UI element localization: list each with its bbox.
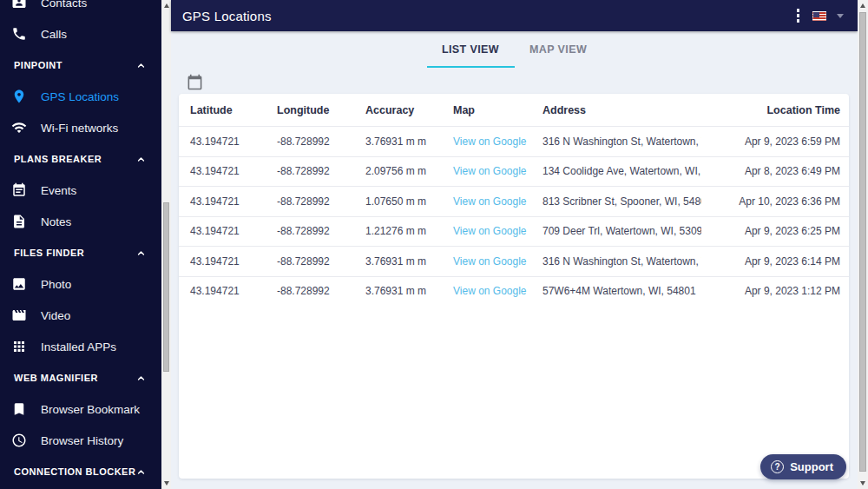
column-header-map: Map <box>453 104 542 116</box>
tab-list-view[interactable]: LIST VIEW <box>427 31 515 68</box>
apps-grid-icon <box>11 339 27 354</box>
location-time-cell: Apr 9, 2023 6:14 PM <box>701 255 840 268</box>
latitude-cell: 43.194721 <box>190 165 277 177</box>
calendar-event-icon <box>11 182 27 198</box>
view-on-google-link[interactable]: View on Google <box>453 255 527 268</box>
accuracy-cell: 1.21276 m m <box>365 225 453 237</box>
view-on-google-link[interactable]: View on Google <box>453 225 527 237</box>
location-time-cell: Apr 9, 2023 6:59 PM <box>701 135 840 148</box>
support-button-label: Support <box>790 460 833 473</box>
topbar: GPS Locations <box>171 0 858 31</box>
sidebar-item-label: Browser Bookmark <box>41 403 140 416</box>
sidebar-item-label: GPS Locations <box>41 90 119 103</box>
accuracy-cell: 3.76931 m m <box>365 135 453 148</box>
table-row: 43.194721 -88.728992 1.21276 m m View on… <box>179 216 849 247</box>
sidebar-item-installed-apps[interactable]: Installed APPs <box>0 331 161 362</box>
view-on-google-link[interactable]: View on Google <box>453 135 527 148</box>
accuracy-cell: 1.07650 m m <box>365 195 453 208</box>
latitude-cell: 43.194721 <box>190 285 277 297</box>
sidebar-section-web-magnifier[interactable]: WEB MAGNIFIER <box>0 362 161 393</box>
location-pin-icon <box>11 89 27 104</box>
address-cell: 57W6+4M Watertown, WI, 54801 <box>542 285 701 297</box>
scroll-down-arrow[interactable] <box>161 478 171 489</box>
sidebar-item-label: Video <box>41 309 70 322</box>
longitude-cell: -88.728992 <box>277 195 365 208</box>
location-time-cell: Apr 9, 2023 6:25 PM <box>701 225 840 237</box>
sidebar-section-label: PLANS BREAKER <box>14 154 102 164</box>
column-header-address: Address <box>542 104 701 116</box>
sidebar-item-browser-bookmark[interactable]: Browser Bookmark <box>0 393 161 425</box>
support-button[interactable]: ? Support <box>760 454 846 479</box>
contacts-icon <box>11 0 27 10</box>
latitude-cell: 43.194721 <box>190 135 277 148</box>
page-scrollbar-thumb[interactable] <box>859 12 866 472</box>
scroll-down-arrow[interactable] <box>858 478 868 489</box>
sidebar-section-plans-breaker[interactable]: PLANS BREAKER <box>0 143 161 175</box>
table-row: 43.194721 -88.728992 3.76931 m m View on… <box>179 246 849 276</box>
kebab-menu-icon[interactable] <box>794 6 803 25</box>
sidebar-section-label: PINPOINT <box>14 60 62 70</box>
sidebar-section-label: FILES FINDER <box>14 248 84 258</box>
bookmark-icon <box>11 401 27 417</box>
sidebar-scrollbar[interactable] <box>161 0 171 489</box>
sidebar-item-photo[interactable]: Photo <box>0 268 161 300</box>
us-flag-icon[interactable] <box>812 11 826 21</box>
sidebar-item-video[interactable]: Video <box>0 300 161 331</box>
scroll-up-arrow[interactable] <box>161 0 171 11</box>
sidebar-section-connection-blocker[interactable]: CONNECTION BLOCKER <box>0 456 161 487</box>
gps-table-card: Latitude Longitude Accuracy Map Address … <box>179 94 849 479</box>
wifi-icon <box>11 120 27 135</box>
view-tabs: LIST VIEW MAP VIEW <box>171 31 858 68</box>
accuracy-cell: 2.09756 m m <box>365 165 453 177</box>
sidebar-section-label: WEB MAGNIFIER <box>14 373 98 383</box>
location-time-cell: Apr 9, 2023 1:12 PM <box>701 285 840 297</box>
view-on-google-link[interactable]: View on Google <box>453 165 527 177</box>
sidebar: Contacts Calls PINPOINT GPS Locations Wi… <box>0 0 161 489</box>
table-row: 43.194721 -88.728992 3.76931 m m View on… <box>179 126 849 156</box>
sidebar-item-browser-history[interactable]: Browser History <box>0 425 161 456</box>
sidebar-item-events[interactable]: Events <box>0 175 161 206</box>
tab-map-view[interactable]: MAP VIEW <box>515 31 602 68</box>
latitude-cell: 43.194721 <box>190 195 277 208</box>
longitude-cell: -88.728992 <box>277 165 365 177</box>
sidebar-scrollbar-thumb[interactable] <box>163 202 169 372</box>
sidebar-item-label: Contacts <box>41 0 87 10</box>
column-header-location-time: Location Time <box>701 104 840 116</box>
sidebar-item-calls[interactable]: Calls <box>0 18 161 50</box>
page-title: GPS Locations <box>182 9 272 23</box>
sidebar-section-label: CONNECTION BLOCKER <box>14 466 135 477</box>
sidebar-item-gps-locations[interactable]: GPS Locations <box>0 81 161 112</box>
sidebar-nav: Contacts Calls PINPOINT GPS Locations Wi… <box>0 0 161 487</box>
phone-icon <box>11 26 27 42</box>
chevron-up-icon <box>135 59 147 71</box>
sidebar-section-pinpoint[interactable]: PINPOINT <box>0 50 161 81</box>
latitude-cell: 43.194721 <box>190 225 277 237</box>
history-clock-icon <box>11 433 27 448</box>
sidebar-item-label: Photo <box>41 278 71 291</box>
content-area: LIST VIEW MAP VIEW Latitude Longitude Ac… <box>171 31 858 489</box>
chevron-up-icon <box>135 466 147 478</box>
location-time-cell: Apr 8, 2023 6:49 PM <box>701 165 840 177</box>
page-scrollbar[interactable] <box>858 0 868 489</box>
video-icon <box>11 307 27 323</box>
sidebar-item-label: Wi-Fi networks <box>41 122 118 135</box>
view-on-google-link[interactable]: View on Google <box>453 285 527 297</box>
scroll-up-arrow[interactable] <box>858 0 868 11</box>
sidebar-item-notes[interactable]: Notes <box>0 206 161 237</box>
sidebar-section-files-finder[interactable]: FILES FINDER <box>0 237 161 268</box>
address-cell: 316 N Washington St, Watertown, WI, 5480… <box>542 135 701 148</box>
location-time-cell: Apr 10, 2023 6:36 PM <box>701 195 840 208</box>
sidebar-item-label: Notes <box>41 215 71 228</box>
sidebar-item-wifi-networks[interactable]: Wi-Fi networks <box>0 112 161 143</box>
address-cell: 316 N Washington St, Watertown, WI, 5480… <box>542 255 701 268</box>
accuracy-cell: 3.76931 m m <box>365 255 453 268</box>
view-on-google-link[interactable]: View on Google <box>453 195 527 208</box>
longitude-cell: -88.728992 <box>277 285 365 297</box>
note-icon <box>11 214 27 229</box>
sidebar-item-contacts[interactable]: Contacts <box>0 0 161 18</box>
table-row: 43.194721 -88.728992 2.09756 m m View on… <box>179 156 849 187</box>
table-row: 43.194721 -88.728992 3.76931 m m View on… <box>179 276 849 307</box>
caret-down-icon[interactable] <box>837 14 844 18</box>
calendar-icon[interactable] <box>185 72 204 91</box>
longitude-cell: -88.728992 <box>277 135 365 148</box>
